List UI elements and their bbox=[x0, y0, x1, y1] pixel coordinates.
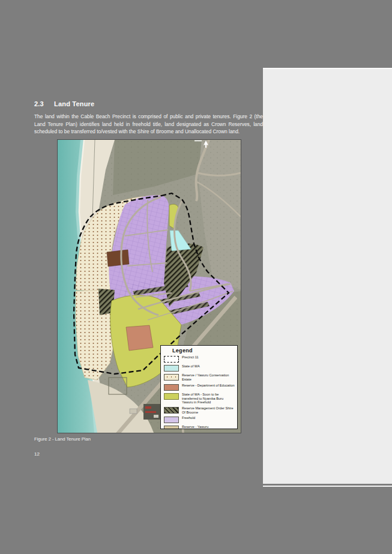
precinct-boundary-swatch bbox=[164, 356, 179, 363]
section-title: Land Tenure bbox=[54, 100, 94, 107]
section-number: 2.3 bbox=[34, 100, 54, 107]
section-heading: 2.3Land Tenure bbox=[34, 100, 94, 107]
conservation-swatch bbox=[164, 374, 179, 381]
education-reserve-north bbox=[107, 250, 129, 266]
page-number: 12 bbox=[34, 451, 40, 457]
map-legend: Legend Precinct 11 State of WA Reserve /… bbox=[160, 345, 238, 429]
education-reserve-south bbox=[126, 325, 153, 351]
rmo-swatch bbox=[164, 407, 179, 414]
legend-item-state-wa: State of WA bbox=[164, 364, 235, 372]
figure-caption: Figure 2 - Land Tenure Plan bbox=[34, 436, 91, 442]
yawuru-swatch bbox=[164, 426, 179, 429]
legend-item-freehold: Freehold bbox=[164, 416, 235, 423]
blank-white-panel bbox=[263, 68, 392, 484]
legend-item-rmo: Reserve Management Order Shire Of Broome bbox=[164, 406, 235, 414]
legend-item-education: Reserve - Department of Education bbox=[164, 384, 235, 391]
legend-item-precinct: Precinct 11 bbox=[164, 355, 235, 363]
panel-underline bbox=[263, 486, 392, 487]
state-wa-swatch bbox=[164, 365, 179, 372]
legend-item-yawuru: Reserve - Yawuru bbox=[164, 425, 235, 429]
transfer-swatch bbox=[164, 393, 179, 400]
legend-item-conservation: Reserve / Yawuru Conservation Estate bbox=[164, 373, 235, 381]
freehold-swatch bbox=[164, 417, 179, 423]
body-paragraph: The land within the Cable Beach Precinct… bbox=[34, 113, 263, 136]
legend-item-transfer: State of WA - Soon to be transferred to … bbox=[164, 393, 235, 405]
education-swatch bbox=[164, 384, 179, 391]
legend-title: Legend bbox=[172, 348, 235, 354]
